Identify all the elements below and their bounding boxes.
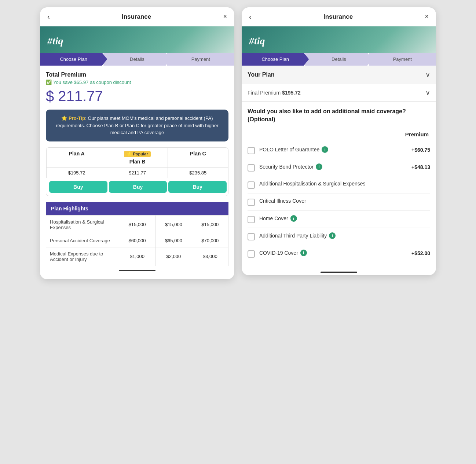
pro-tip-highlight: ⭐ Pro-Tip [61, 115, 85, 121]
final-premium-chevron-icon: ∨ [425, 89, 430, 97]
pro-tip-box: ⭐ Pro-Tip: Our plans meet MOM's medical … [46, 110, 228, 141]
premium-column-header: Premium [248, 131, 430, 137]
info-icon[interactable]: i [322, 146, 328, 153]
plans-comparison-table: Plan A ⭐ Popular Plan B Plan C $195.72 $… [46, 147, 228, 196]
addon-checkbox-3[interactable] [248, 199, 255, 206]
highlights-row-plan-a: $1,000 [119, 247, 155, 266]
highlights-row-label: Hospitalisation & Surgical Expenses [46, 215, 119, 234]
right-step-choose-plan[interactable]: Choose Plan [242, 53, 309, 66]
left-content: Total Premium ✅ You save $65.97 as coupo… [40, 66, 234, 279]
plans-header-row: Plan A ⭐ Popular Plan B Plan C [46, 148, 228, 167]
addon-label-3: Critical Illness Cover [259, 198, 404, 204]
optional-addons-section: Would you also like to add on additional… [242, 102, 436, 268]
plans-buy-row: Buy Buy Buy [46, 178, 228, 196]
highlights-row-plan-a: $15,000 [119, 215, 155, 234]
info-icon[interactable]: i [300, 250, 307, 256]
left-step-choose-plan[interactable]: Choose Plan [40, 53, 107, 66]
final-premium-row[interactable]: Final Premium $195.72 ∨ [242, 84, 436, 101]
addon-info-4: Home Cover i [259, 215, 404, 222]
addon-checkbox-5[interactable] [248, 233, 255, 240]
addons-list: POLO Letter of Guarantee i +$60.75 Secur… [248, 142, 430, 262]
right-scroll-indicator [321, 272, 357, 273]
coupon-message: ✅ You save $65.97 as coupon discount [46, 80, 228, 85]
plan-b-price: $211.77 [107, 168, 167, 178]
addon-info-2: Additional Hospitalisation & Surgical Ex… [259, 181, 404, 187]
check-icon: ✅ [46, 80, 52, 85]
addon-row-1: Security Bond Protector i +$48.13 [248, 159, 430, 176]
addon-label-0: POLO Letter of Guarantee i [259, 146, 404, 153]
your-plan-label: Your Plan [248, 71, 275, 78]
highlights-header: Plan Highlights [46, 202, 228, 215]
right-hero-banner: #tiq [242, 26, 436, 53]
left-progress-bar: Choose Plan Details Payment [40, 53, 234, 66]
highlights-row-0: Hospitalisation & Surgical Expenses $15,… [46, 215, 228, 234]
info-icon[interactable]: i [290, 215, 297, 222]
right-header: ‹ Insurance × [242, 7, 436, 26]
plan-highlights-section: Plan Highlights Hospitalisation & Surgic… [46, 202, 228, 266]
right-back-button[interactable]: ‹ [249, 12, 252, 21]
left-step-details[interactable]: Details [103, 53, 171, 66]
left-hero-banner: #tiq [40, 26, 234, 53]
addon-info-5: Additional Third Party Liability i [259, 232, 404, 239]
highlights-table: Hospitalisation & Surgical Expenses $15,… [46, 215, 228, 266]
addon-checkbox-6[interactable] [248, 250, 255, 258]
buy-plan-c-button[interactable]: Buy [168, 181, 227, 193]
buy-plan-b-button[interactable]: Buy [109, 181, 167, 193]
highlights-row-plan-b: $2,000 [155, 247, 192, 266]
your-plan-chevron-icon: ∨ [425, 71, 430, 79]
addon-row-0: POLO Letter of Guarantee i +$60.75 [248, 142, 430, 159]
highlights-row-plan-b: $65,000 [155, 234, 192, 247]
your-plan-accordion-header[interactable]: Your Plan ∨ [242, 66, 436, 84]
right-progress-bar: Choose Plan Details Payment [242, 53, 436, 66]
left-logo: #tiq [47, 35, 227, 47]
addon-label-6: COVID-19 Cover i [259, 250, 404, 256]
highlights-row-label: Medical Expenses due to Accident or Inju… [46, 247, 119, 266]
highlights-row-plan-c: $15,000 [192, 215, 228, 234]
total-price-display: $ 211.77 [46, 88, 228, 104]
info-icon[interactable]: i [329, 232, 336, 239]
highlights-row-plan-a: $60,000 [119, 234, 155, 247]
final-premium-label: Final Premium $195.72 [248, 90, 301, 96]
addon-label-4: Home Cover i [259, 215, 404, 222]
right-step-payment[interactable]: Payment [369, 53, 436, 66]
plans-price-row: $195.72 $211.77 $235.85 [46, 167, 228, 178]
highlights-row-plan-c: $3,000 [192, 247, 228, 266]
addon-label-1: Security Bond Protector i [259, 163, 404, 170]
addon-price: +$48.13 [408, 164, 430, 170]
plan-c-price: $235.85 [168, 168, 228, 178]
left-close-button[interactable]: × [223, 13, 227, 21]
right-step-details[interactable]: Details [305, 53, 372, 66]
addon-label-5: Additional Third Party Liability i [259, 232, 404, 239]
addon-checkbox-0[interactable] [248, 147, 255, 154]
your-plan-accordion: Your Plan ∨ [242, 66, 436, 84]
addon-price: +$60.75 [408, 147, 430, 153]
info-icon[interactable]: i [316, 163, 322, 170]
plan-b-header: ⭐ Popular Plan B [107, 148, 167, 167]
total-premium-label: Total Premium [46, 71, 228, 78]
addon-info-1: Security Bond Protector i [259, 163, 404, 170]
left-phone-frame: ‹ Insurance × #tiq Choose Plan Details P… [40, 7, 234, 279]
addon-price: +$52.00 [408, 250, 430, 256]
highlights-row-plan-b: $15,000 [155, 215, 192, 234]
popular-badge: ⭐ Popular [124, 151, 151, 157]
right-phone-frame: ‹ Insurance × #tiq Choose Plan Details P… [242, 7, 436, 275]
buy-plan-a-button[interactable]: Buy [49, 181, 107, 193]
left-header-title: Insurance [122, 13, 151, 21]
addon-checkbox-4[interactable] [248, 216, 255, 223]
addon-checkbox-2[interactable] [248, 181, 255, 189]
addon-info-3: Critical Illness Cover [259, 198, 404, 204]
right-logo: #tiq [249, 35, 429, 47]
right-close-button[interactable]: × [425, 13, 429, 21]
plan-c-header: Plan C [168, 148, 228, 167]
plan-a-header: Plan A [46, 148, 107, 167]
addon-checkbox-1[interactable] [248, 164, 255, 172]
left-step-payment[interactable]: Payment [167, 53, 234, 66]
addon-row-4: Home Cover i [248, 211, 430, 228]
addon-row-3: Critical Illness Cover [248, 194, 430, 211]
addon-info-6: COVID-19 Cover i [259, 250, 404, 256]
addon-row-5: Additional Third Party Liability i [248, 228, 430, 245]
left-back-button[interactable]: ‹ [47, 12, 50, 21]
highlights-row-plan-c: $70,000 [192, 234, 228, 247]
right-header-title: Insurance [323, 13, 353, 21]
addon-row-6: COVID-19 Cover i +$52.00 [248, 245, 430, 262]
